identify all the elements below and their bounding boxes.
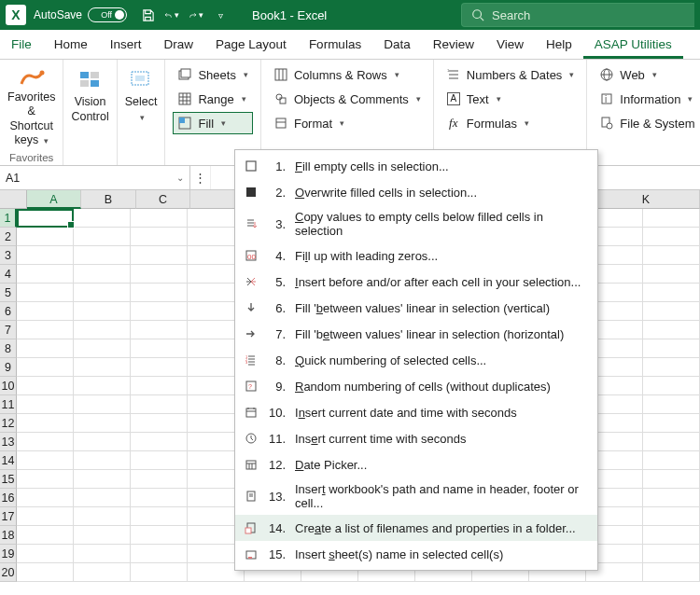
row-header[interactable]: 3 — [0, 246, 17, 265]
row-header[interactable]: 9 — [0, 358, 17, 377]
tab-file[interactable]: File — [0, 32, 43, 59]
qat-more-icon[interactable]: ▿ — [213, 7, 228, 22]
chevron-down-icon[interactable]: ⌄ — [176, 173, 184, 183]
file-system-button[interactable]: File & System — [595, 112, 699, 134]
row-header[interactable]: 10 — [0, 377, 17, 395]
vision-control-label[interactable]: Vision Control — [71, 95, 108, 124]
row-header[interactable]: 11 — [0, 395, 17, 414]
row-header[interactable]: 20 — [0, 563, 17, 582]
svg-rect-5 — [80, 80, 89, 87]
menu-item-8[interactable]: 1238.Quick numbering of selected cells..… — [235, 347, 597, 373]
row-header[interactable]: 18 — [0, 526, 17, 545]
tab-review[interactable]: Review — [422, 32, 485, 59]
fx-area[interactable]: ⋮ — [190, 166, 211, 189]
menu-item-icon: 00 — [243, 247, 259, 264]
formulas-button[interactable]: fxFormulas▾ — [441, 112, 580, 134]
tab-page-layout[interactable]: Page Layout — [204, 32, 298, 59]
web-icon — [599, 67, 614, 82]
tab-asap-utilities[interactable]: ASAP Utilities — [583, 32, 683, 59]
menu-item-6[interactable]: 6.Fill 'between values' linear in select… — [235, 295, 597, 321]
favorites-label[interactable]: Favorites & Shortcut keys ▾ — [7, 90, 55, 149]
row-header[interactable]: 16 — [0, 489, 17, 507]
autosave-toggle[interactable]: AutoSave Off — [34, 7, 127, 22]
numbers-dates-button[interactable]: 1Numbers & Dates▾ — [441, 63, 580, 86]
menu-item-icon — [243, 325, 259, 342]
objects-comments-button[interactable]: Objects & Comments▾ — [269, 88, 426, 110]
save-icon[interactable] — [140, 7, 155, 22]
menu-item-15[interactable]: 15.Insert sheet(s) name in selected cell… — [235, 541, 597, 567]
row-header[interactable]: 13 — [0, 433, 17, 451]
row-header[interactable]: 6 — [0, 302, 17, 321]
favorites-icon[interactable] — [17, 67, 47, 89]
tab-draw[interactable]: Draw — [153, 32, 205, 59]
col-header-k[interactable]: K — [593, 190, 700, 209]
svg-rect-57 — [246, 461, 256, 469]
redo-icon[interactable]: ▾ — [189, 7, 203, 22]
menu-item-10[interactable]: 10.Insert current date and time with sec… — [235, 399, 597, 425]
menu-item-9[interactable]: ?9.Random numbering of cells (without du… — [235, 373, 597, 399]
information-button[interactable]: iInformation▾ — [595, 88, 699, 110]
menu-item-3[interactable]: 3.Copy values to empty cells below fille… — [235, 205, 597, 242]
svg-rect-18 — [275, 69, 287, 80]
tab-insert[interactable]: Insert — [99, 32, 153, 59]
text-button[interactable]: AText▾ — [441, 88, 580, 110]
tab-view[interactable]: View — [485, 32, 535, 59]
select-icon[interactable] — [126, 67, 156, 93]
search-placeholder: Search — [492, 8, 530, 22]
row-header[interactable]: 2 — [0, 228, 17, 246]
col-header-a[interactable]: A — [27, 190, 81, 209]
title-bar: X AutoSave Off ▾ ▾ ▿ Book1 - Excel Searc… — [0, 0, 700, 30]
row-header[interactable]: 14 — [0, 451, 17, 470]
menu-item-11[interactable]: 11.Insert current time with seconds — [235, 425, 597, 451]
menu-item-13[interactable]: 13.Insert workbook's path and name in he… — [235, 477, 597, 515]
ribbon-group-select: Select▾ — [118, 60, 166, 165]
search-box[interactable]: Search — [461, 3, 694, 27]
tab-formulas[interactable]: Formulas — [298, 32, 372, 59]
vision-control-icon[interactable] — [76, 67, 105, 93]
svg-rect-17 — [179, 118, 185, 123]
col-header-c[interactable]: C — [136, 190, 190, 209]
menu-item-5[interactable]: 5.Insert before and/or after each cell i… — [235, 269, 597, 295]
row-header[interactable]: 4 — [0, 265, 17, 284]
row-header[interactable]: 5 — [0, 284, 17, 302]
tab-data[interactable]: Data — [372, 32, 422, 59]
ribbon-tabs: File Home Insert Draw Page Layout Formul… — [0, 30, 700, 60]
menu-item-1[interactable]: 1.Fill empty cells in selection... — [235, 153, 597, 179]
row-header-1[interactable]: 1 — [0, 209, 17, 228]
tab-help[interactable]: Help — [535, 32, 583, 59]
select-all-corner[interactable] — [0, 190, 27, 209]
format-button[interactable]: Format▾ — [269, 112, 426, 134]
menu-item-14[interactable]: 14.Create a list of filenames and proper… — [235, 515, 597, 541]
select-label[interactable]: Select▾ — [125, 95, 158, 124]
sheets-button[interactable]: Sheets▾ — [173, 63, 252, 86]
columns-rows-button[interactable]: Columns & Rows▾ — [269, 63, 426, 86]
undo-icon[interactable]: ▾ — [164, 7, 179, 22]
menu-item-icon — [243, 519, 259, 536]
col-header-b[interactable]: B — [81, 190, 135, 209]
toggle-switch[interactable]: Off — [88, 7, 127, 22]
fill-button[interactable]: Fill▾ — [173, 112, 252, 134]
menu-item-4[interactable]: 004.Fill up with leading zeros... — [235, 242, 597, 269]
row-header[interactable]: 12 — [0, 414, 17, 433]
row-header[interactable]: 17 — [0, 507, 17, 526]
menu-item-7[interactable]: 7.Fill 'between values' linear in select… — [235, 321, 597, 347]
row-header[interactable]: 7 — [0, 321, 17, 339]
menu-item-icon — [243, 404, 259, 421]
menu-item-icon — [243, 546, 259, 562]
menu-item-12[interactable]: 12.Date Picker... — [235, 451, 597, 477]
row-header[interactable]: 19 — [0, 545, 17, 563]
menu-item-2[interactable]: 2.Overwrite filled cells in selection... — [235, 179, 597, 205]
tab-home[interactable]: Home — [43, 32, 99, 59]
web-button[interactable]: Web▾ — [595, 63, 699, 86]
svg-text:i: i — [605, 94, 607, 104]
svg-rect-10 — [181, 69, 190, 77]
svg-rect-23 — [276, 118, 286, 128]
name-box[interactable]: A1 ⌄ — [0, 166, 190, 189]
menu-item-icon — [243, 430, 259, 447]
fill-dropdown-menu: 1.Fill empty cells in selection...2.Over… — [234, 149, 598, 571]
range-button[interactable]: Range▾ — [173, 88, 252, 110]
row-header[interactable]: 8 — [0, 339, 17, 358]
row-header[interactable]: 15 — [0, 470, 17, 489]
svg-rect-4 — [91, 72, 99, 78]
svg-rect-67 — [248, 557, 252, 559]
